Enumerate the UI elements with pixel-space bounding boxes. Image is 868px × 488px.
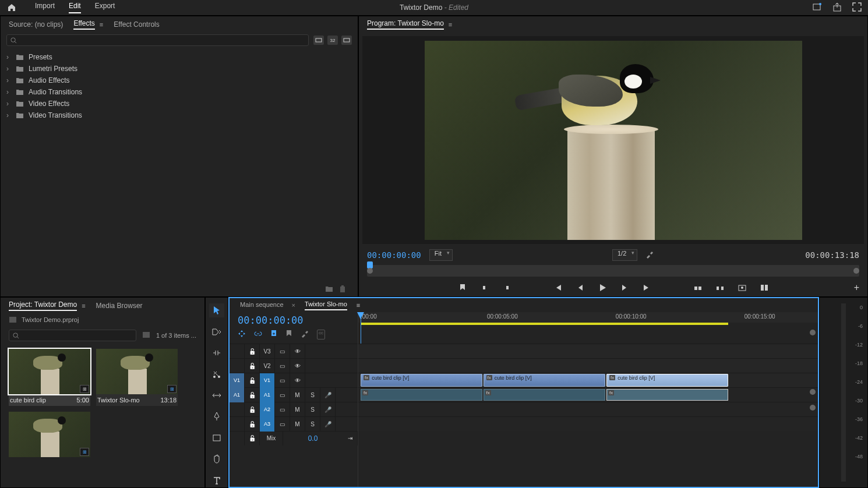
zoom-fit-select[interactable]: Fit bbox=[429, 249, 453, 261]
linked-selection-icon[interactable] bbox=[254, 330, 262, 340]
timeline-audio-clip[interactable]: fx bbox=[606, 389, 728, 401]
sync-lock-icon[interactable]: ▭ bbox=[275, 388, 290, 402]
program-panel-menu-icon[interactable]: ≡ bbox=[449, 21, 452, 28]
new-bin-icon[interactable] bbox=[325, 285, 333, 294]
tab-source[interactable]: Source: (no clips) bbox=[9, 20, 63, 29]
tree-item[interactable]: ›Audio Effects bbox=[6, 75, 352, 86]
tab-effects[interactable]: Effects bbox=[73, 19, 94, 30]
sync-lock-icon[interactable]: ▭ bbox=[275, 359, 290, 373]
project-item[interactable]: ⊞ cute bird clip5:00 bbox=[9, 349, 90, 406]
razor-tool-icon[interactable] bbox=[209, 367, 224, 381]
project-panel-menu-icon[interactable]: ≡ bbox=[82, 302, 85, 309]
timeline-marker-icon[interactable] bbox=[285, 330, 292, 340]
tab-project[interactable]: Project: Twixtor Demo bbox=[9, 300, 77, 311]
lock-icon[interactable] bbox=[245, 388, 260, 402]
pen-tool-icon[interactable] bbox=[209, 409, 224, 423]
timeline-current-timecode[interactable]: 00:00:00:00 bbox=[238, 314, 350, 326]
project-item[interactable]: ⊞ Twixtor Slo-mo13:18 bbox=[96, 349, 178, 406]
video-track-header[interactable]: V3▭👁 bbox=[230, 344, 358, 358]
playhead-line[interactable] bbox=[361, 312, 361, 344]
timeline-tab[interactable]: Main sequence bbox=[240, 301, 284, 310]
timeline-clip[interactable]: fxcute bird clip [V] bbox=[484, 374, 605, 387]
solo-icon[interactable]: S bbox=[305, 417, 320, 432]
track-target[interactable]: A2 bbox=[260, 402, 275, 417]
v1-track[interactable]: fxcute bird clip [V] fxcute bird clip [V… bbox=[358, 373, 818, 387]
mute-icon[interactable]: M bbox=[290, 417, 305, 432]
timeline-tracks-area[interactable]: fxcute bird clip [V] fxcute bird clip [V… bbox=[358, 344, 818, 487]
scrub-handle-left[interactable] bbox=[367, 268, 373, 274]
effects-search-input[interactable] bbox=[6, 34, 309, 46]
toggle-output-icon[interactable]: 👁 bbox=[290, 344, 305, 359]
slip-tool-icon[interactable] bbox=[209, 388, 224, 402]
voice-over-icon[interactable]: 🎤 bbox=[320, 417, 336, 432]
voice-over-icon[interactable]: 🎤 bbox=[320, 388, 336, 402]
timeline-clip[interactable]: fxcute bird clip [V] bbox=[361, 374, 482, 387]
tree-item[interactable]: ›Presets bbox=[6, 51, 352, 63]
workspace-tab-export[interactable]: Export bbox=[95, 2, 115, 13]
add-marker-icon[interactable] bbox=[270, 330, 277, 340]
snap-icon[interactable] bbox=[238, 330, 246, 340]
button-editor-icon[interactable]: + bbox=[854, 282, 859, 293]
tree-item[interactable]: ›Video Transitions bbox=[6, 109, 352, 121]
lock-icon[interactable] bbox=[245, 344, 260, 359]
goto-in-icon[interactable] bbox=[553, 282, 563, 293]
program-viewport[interactable] bbox=[362, 36, 864, 244]
home-icon[interactable] bbox=[6, 2, 17, 13]
mix-value[interactable]: 0.0 bbox=[283, 434, 343, 443]
source-patch[interactable]: A1 bbox=[230, 388, 245, 402]
tab-media-browser[interactable]: Media Browser bbox=[96, 302, 143, 310]
close-tab-icon[interactable]: × bbox=[292, 302, 295, 309]
quick-export-icon[interactable] bbox=[812, 2, 823, 14]
tab-program[interactable]: Program: Twixtor Slo-mo bbox=[367, 19, 444, 30]
mute-icon[interactable]: M bbox=[290, 388, 305, 402]
badge-yuv-icon[interactable] bbox=[341, 36, 352, 45]
track-name[interactable]: V2 bbox=[260, 359, 275, 373]
workspace-tab-import[interactable]: Import bbox=[35, 2, 55, 13]
audio-track-header[interactable]: A2▭MS🎤 bbox=[230, 402, 358, 416]
badge-accelerated-icon[interactable] bbox=[313, 36, 324, 45]
timeline-panel-menu-icon[interactable]: ≡ bbox=[357, 302, 360, 309]
timeline-tab[interactable]: Twixtor Slo-mo bbox=[305, 300, 347, 310]
lift-icon[interactable] bbox=[693, 282, 703, 293]
rectangle-tool-icon[interactable] bbox=[209, 431, 224, 445]
lock-icon[interactable] bbox=[245, 417, 260, 432]
solo-icon[interactable]: S bbox=[305, 402, 320, 417]
fullscreen-icon[interactable] bbox=[852, 2, 862, 14]
sync-lock-icon[interactable]: ▭ bbox=[275, 373, 290, 388]
program-current-timecode[interactable]: 00:00:00:00 bbox=[367, 250, 421, 260]
tree-item[interactable]: ›Audio Transitions bbox=[6, 86, 352, 98]
mark-in-icon[interactable] bbox=[479, 282, 490, 293]
vertical-zoom-handle[interactable] bbox=[810, 389, 816, 395]
lock-icon[interactable] bbox=[245, 431, 260, 445]
settings-wrench-icon[interactable] bbox=[645, 250, 654, 260]
source-patch[interactable]: V1 bbox=[230, 373, 245, 388]
tree-item[interactable]: ›Lumetri Presets bbox=[6, 63, 352, 75]
track-target[interactable]: A1 bbox=[260, 388, 275, 402]
lock-icon[interactable] bbox=[245, 359, 260, 373]
work-area-bar[interactable] bbox=[361, 323, 728, 325]
lock-icon[interactable] bbox=[245, 402, 260, 417]
timeline-clip[interactable]: fxcute bird clip [V] bbox=[606, 374, 728, 387]
share-icon[interactable] bbox=[832, 2, 842, 14]
ripple-edit-tool-icon[interactable] bbox=[209, 346, 224, 360]
timeline-ruler[interactable]: :00:00 00:00:05:00 00:00:10:00 00:00:15:… bbox=[358, 312, 818, 323]
audio-track-header[interactable]: A1A1▭MS🎤 bbox=[230, 387, 358, 402]
solo-icon[interactable]: S bbox=[305, 388, 320, 402]
export-frame-icon[interactable] bbox=[737, 282, 747, 293]
vertical-zoom-handle[interactable] bbox=[810, 330, 816, 335]
lock-icon[interactable] bbox=[245, 373, 260, 388]
track-target[interactable]: V1 bbox=[260, 373, 275, 388]
a1-track[interactable]: fx fx fx bbox=[358, 387, 818, 402]
step-back-icon[interactable] bbox=[575, 282, 585, 293]
workspace-tab-edit[interactable]: Edit bbox=[69, 2, 81, 13]
mix-expand-icon[interactable]: ⇥ bbox=[343, 431, 358, 445]
goto-out-icon[interactable] bbox=[641, 282, 652, 293]
toggle-output-icon[interactable]: 👁 bbox=[290, 359, 305, 373]
track-target[interactable]: A3 bbox=[260, 417, 275, 432]
add-marker-icon[interactable] bbox=[457, 282, 468, 293]
selection-tool-icon[interactable] bbox=[209, 303, 224, 317]
type-tool-icon[interactable] bbox=[209, 473, 224, 487]
project-item[interactable]: ⊞ bbox=[9, 412, 90, 457]
delete-icon[interactable] bbox=[339, 285, 346, 295]
video-track-header[interactable]: V1V1▭👁 bbox=[230, 373, 358, 387]
